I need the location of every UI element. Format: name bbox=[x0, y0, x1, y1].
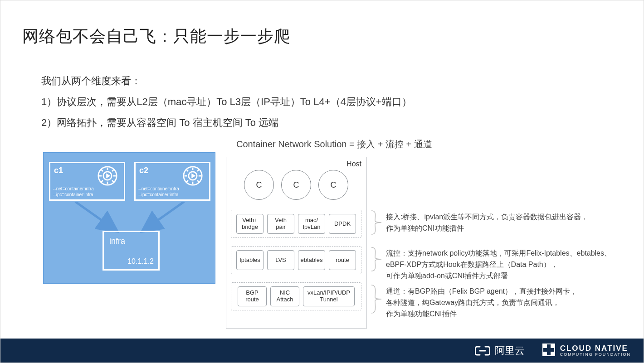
container-circle: C bbox=[244, 170, 274, 200]
flow-pill: Iptables bbox=[236, 250, 263, 270]
container-c1-label: c1 bbox=[54, 166, 63, 175]
cncf-brand: CLOUD NATIVE COMPUTING FOUNDATION bbox=[542, 343, 631, 358]
infra-box: infra 10.1.1.2 bbox=[102, 231, 160, 271]
tunnel-desc: 通道：有BGP路由（Felix BGP agent），直接挂接外网卡， 各种隧道… bbox=[386, 286, 630, 319]
cncf-subtitle: COMPUTING FOUNDATION bbox=[560, 352, 631, 357]
flow-row: Iptables LVS ebtables route bbox=[231, 246, 361, 274]
intro-line-2: 2）网络拓扑，需要从容器空间 To 宿主机空间 To 远端 bbox=[41, 112, 412, 133]
svg-line-6 bbox=[75, 202, 114, 229]
tunnel-pill: vxLan/IPIP/UDP Tunnel bbox=[303, 286, 355, 306]
flow-desc: 流控：支持network policy功能落地，可采用Felix-Iptable… bbox=[386, 248, 630, 281]
svg-rect-10 bbox=[543, 344, 547, 348]
brace-icon bbox=[370, 247, 382, 272]
intro-lead: 我们从两个维度来看： bbox=[41, 71, 412, 92]
cncf-text: CLOUD NATIVE COMPUTING FOUNDATION bbox=[560, 344, 631, 357]
container-c1-box: c1 --net=container:infra --ipc=container… bbox=[49, 162, 125, 201]
container-c2-opts: --net=container:infra --ipc=container:in… bbox=[138, 186, 179, 198]
svg-marker-2 bbox=[106, 174, 110, 179]
tunnel-pill: BGP route bbox=[238, 286, 267, 306]
container-c2-box: c2 --net=container:infra --ipc=container… bbox=[134, 162, 210, 201]
access-pill: Veth pair bbox=[267, 214, 294, 234]
slide-title: 网络包不会自己飞：只能一步一步爬 bbox=[22, 25, 291, 48]
access-pill: mac/ IpvLan bbox=[298, 214, 325, 234]
svg-rect-13 bbox=[551, 352, 555, 356]
arrow-c2-to-infra-icon bbox=[139, 202, 189, 233]
formula-text: Container Network Solution = 接入 + 流控 + 通… bbox=[236, 138, 432, 150]
slide: 网络包不会自己飞：只能一步一步爬 我们从两个维度来看： 1）协议层次，需要从L2… bbox=[0, 0, 644, 363]
aliyun-logo-icon bbox=[475, 345, 490, 357]
access-pill: DPDK bbox=[329, 214, 356, 234]
container-circles: C C C bbox=[226, 170, 366, 200]
svg-rect-11 bbox=[551, 344, 555, 348]
access-pill: Veth+ bridge bbox=[236, 214, 263, 234]
host-diagram: Host C C C Veth+ bridge Veth pair mac/ I… bbox=[226, 157, 366, 329]
svg-marker-5 bbox=[191, 174, 195, 179]
aliyun-brand: 阿里云 bbox=[475, 344, 525, 358]
access-desc: 接入:桥接、ipvlan派生等不同方式，负责容器数据包进出容器， 作为单独的CN… bbox=[386, 212, 630, 234]
cncf-title: CLOUD NATIVE bbox=[560, 344, 631, 352]
svg-rect-12 bbox=[543, 352, 547, 356]
footer-bar: 阿里云 CLOUD NATIVE COMPUTING FOUNDATION bbox=[0, 339, 644, 363]
container-circle: C bbox=[318, 170, 348, 200]
cncf-logo-icon bbox=[542, 343, 556, 358]
container-c2-label: c2 bbox=[139, 166, 148, 175]
gear-icon bbox=[98, 166, 117, 186]
container-circle: C bbox=[281, 170, 311, 200]
tunnel-pill: NIC Attach bbox=[270, 286, 299, 306]
pod-diagram: c1 --net=container:infra --ipc=container… bbox=[43, 152, 215, 284]
host-title: Host bbox=[346, 160, 361, 168]
brace-icon bbox=[370, 210, 382, 235]
gear-icon bbox=[183, 166, 203, 186]
flow-pill: ebtables bbox=[298, 250, 325, 270]
arrow-c1-to-infra-icon bbox=[71, 202, 121, 233]
aliyun-text: 阿里云 bbox=[495, 344, 525, 358]
container-c1-opts: --net=container:infra --ipc=container:in… bbox=[53, 186, 94, 198]
svg-line-7 bbox=[146, 202, 184, 229]
infra-label: infra bbox=[104, 232, 158, 246]
infra-ip: 10.1.1.2 bbox=[127, 257, 154, 266]
tunnel-row: BGP route NIC Attach vxLan/IPIP/UDP Tunn… bbox=[231, 282, 361, 310]
intro-line-1: 1）协议层次，需要从L2层（mac寻址）To L3层（IP寻址）To L4+（4… bbox=[41, 92, 412, 112]
brace-icon bbox=[370, 284, 382, 314]
access-row: Veth+ bridge Veth pair mac/ IpvLan DPDK bbox=[231, 210, 361, 238]
intro-block: 我们从两个维度来看： 1）协议层次，需要从L2层（mac寻址）To L3层（IP… bbox=[41, 71, 412, 134]
flow-pill: LVS bbox=[267, 250, 294, 270]
flow-pill: route bbox=[329, 250, 356, 270]
